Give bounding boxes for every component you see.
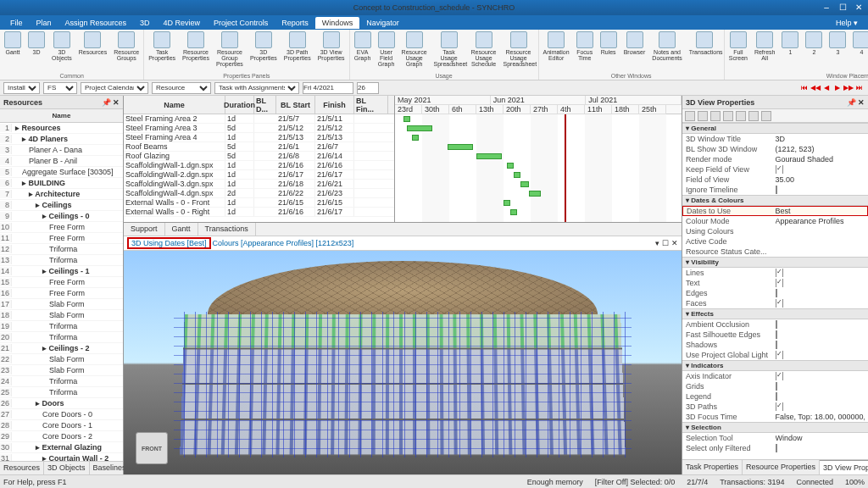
maximize-button[interactable]: ☐ [835,1,850,13]
props-tool-icon[interactable] [761,111,771,121]
nav-next-icon[interactable]: ▶▶ [843,83,854,93]
view3d-viewport[interactable]: FRONT [124,251,682,474]
resource-row[interactable]: 18Slab Form [0,310,123,321]
prop-row[interactable]: Shadows [682,340,868,350]
task-table-body[interactable]: Steel Framing Area 21d21/5/721/5/11Steel… [124,114,394,222]
task-filter-select[interactable]: Task with Assignments [214,82,299,94]
resource-row[interactable]: 26▸ Doors [0,398,123,409]
menu-project-controls[interactable]: Project Controls [207,17,275,29]
prop-row[interactable]: 3D Paths [682,402,868,412]
menu-4d-review[interactable]: 4D Review [157,17,208,29]
view3d-menu-icon[interactable]: ▾ [655,239,659,247]
resource-row[interactable]: 5Aggregate Surface [30305] [0,167,123,178]
prop-row[interactable]: BL Show 3D Window(1212, 523) [682,144,868,154]
resource-row[interactable]: 25Triforma [0,387,123,398]
resources-tree[interactable]: 1▸ Resources2▸ 4D Planers3Planer A - Dan… [0,123,123,461]
gantt-bar[interactable] [514,172,520,178]
ribbon-user-field-graph[interactable]: User Field Graph [376,30,397,68]
resource-row[interactable]: 22Slab Form [0,354,123,365]
ribbon-2[interactable]: 2 [804,30,824,56]
resource-row[interactable]: 27Core Doors - 0 [0,409,123,420]
props-tool-icon[interactable] [748,111,759,121]
subtab[interactable]: Transactions [198,223,256,236]
resource-row[interactable]: 31▸ Courtain Wall - 2 [0,453,123,461]
resource-row[interactable]: 20Triforma [0,332,123,343]
resource-row[interactable]: 8▸ Ceilings [0,200,123,211]
ribbon-rules[interactable]: Rules [598,30,619,56]
task-row[interactable]: ScaffoldingWall-1.dgn.spx1d21/6/1621/6/1… [124,161,394,170]
gantt-bar[interactable] [507,163,514,169]
task-col-header[interactable]: BL D... [254,96,276,114]
resource-select[interactable]: Resource [152,82,211,94]
prop-row[interactable]: Dates to UseBest [682,206,868,216]
prop-row[interactable]: Select only Filtered [682,443,868,453]
menu-plan[interactable]: Plan [30,17,58,29]
menu-navigator[interactable]: Navigator [359,17,406,29]
prop-section-header[interactable]: ▾ Effects [682,308,868,319]
prop-row[interactable]: 3D Focus TimeFalse, Top: 18.00, 000000, … [682,412,868,422]
menu-reports[interactable]: Reports [275,17,315,29]
ribbon-refresh-all[interactable]: Refresh All [753,30,777,62]
resource-row[interactable]: 2▸ 4D Planers [0,134,123,145]
checkbox[interactable] [776,320,777,329]
resource-row[interactable]: 7▸ Architecture [0,189,123,200]
gantt-bar[interactable] [510,209,517,215]
ribbon-resources[interactable]: Resources [77,30,108,56]
checkbox[interactable] [776,351,783,359]
prop-row[interactable]: Faces [682,298,868,308]
props-tab[interactable]: Task Properties [682,460,743,474]
subtab[interactable]: Support [124,223,165,236]
task-row[interactable]: Roof Glazing5d21/6/821/6/14 [124,152,394,161]
fs-select[interactable]: FS [43,82,77,94]
ribbon-animation-editor[interactable]: Animation Editor [542,30,571,62]
prop-row[interactable]: Colour ModeAppearance Profiles [682,216,868,226]
prop-row[interactable]: Edges [682,288,868,298]
prop-row[interactable]: Render modeGouraud Shaded [682,154,868,164]
ribbon-notes-and-documents[interactable]: Notes and Documents [650,30,683,62]
resource-row[interactable]: 24Triforma [0,376,123,387]
ribbon-resource-usage-spreadsheet[interactable]: Resource Usage Spreadsheet [502,30,536,68]
resource-row[interactable]: 3Planer A - Dana [0,145,123,156]
prop-row[interactable]: Lines [682,268,868,278]
props-tool-icon[interactable] [736,111,746,121]
resource-row[interactable]: 12Triforma [0,244,123,255]
ribbon-3d[interactable]: 3D [26,30,47,56]
ribbon-task-usage-spreadsheet[interactable]: Task Usage Spreadsheet [432,30,466,68]
nav-first-icon[interactable]: ⏮ [799,83,810,93]
prop-section-header[interactable]: ▾ Dates & Colours [682,195,868,206]
gantt-bar[interactable] [412,135,419,141]
prop-row[interactable]: Field of View35.00 [682,175,868,185]
gantt-bar[interactable] [520,181,529,187]
props-tool-icon[interactable] [710,111,721,121]
props-close-icon[interactable]: ✕ [858,98,865,107]
resource-row[interactable]: 28Core Doors - 1 [0,420,123,431]
task-row[interactable]: ScaffoldingWall-2.dgn.spx1d21/6/1721/6/1… [124,170,394,180]
ribbon-4[interactable]: 4 [851,30,868,56]
checkbox[interactable] [776,165,783,174]
gantt-bar[interactable] [476,153,502,159]
menu-assign-resources[interactable]: Assign Resources [58,17,134,29]
checkbox[interactable] [776,341,777,349]
ribbon-eva-graph[interactable]: EVA Graph [353,30,373,62]
date-input[interactable] [303,82,353,94]
ribbon-focus-time[interactable]: Focus Time [575,30,595,62]
res-tab[interactable]: Resources [0,462,44,474]
task-row[interactable]: Roof Beams5d21/6/121/6/7 [124,142,394,152]
prop-row[interactable]: Keep Field of View [682,164,868,175]
ribbon-3d-properties[interactable]: 3D Properties [248,30,279,62]
nav-prev-icon[interactable]: ◀◀ [810,83,821,93]
resource-row[interactable]: 4Planer B - Anil [0,156,123,167]
checkbox[interactable] [776,444,777,452]
prop-row[interactable]: Axis Indicator [682,371,868,381]
prop-row[interactable]: Selection ToolWindow [682,433,868,443]
task-row[interactable]: Steel Framing Area 21d21/5/721/5/11 [124,114,394,124]
nav-back-icon[interactable]: ◀ [821,83,832,93]
checkbox[interactable] [776,269,783,277]
ribbon-resource-properties[interactable]: Resource Properties [181,30,211,62]
subtab[interactable]: Gantt [165,223,198,236]
gantt-bar[interactable] [504,200,510,206]
resource-row[interactable]: 11Free Form [0,233,123,244]
view3d-close-icon[interactable]: ✕ [671,239,678,247]
ribbon-task-properties[interactable]: Task Properties [147,30,177,62]
resource-row[interactable]: 9▸ Ceilings - 0 [0,211,123,222]
